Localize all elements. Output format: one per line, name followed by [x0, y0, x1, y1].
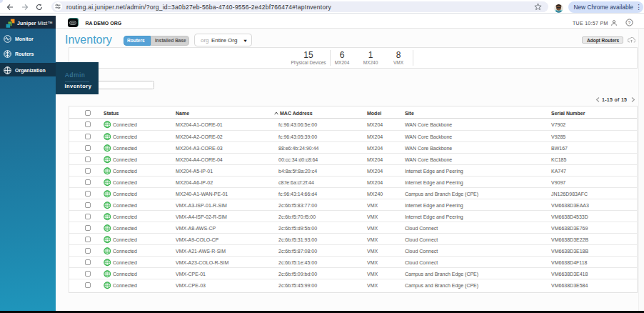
- svg-text:?: ?: [628, 21, 631, 25]
